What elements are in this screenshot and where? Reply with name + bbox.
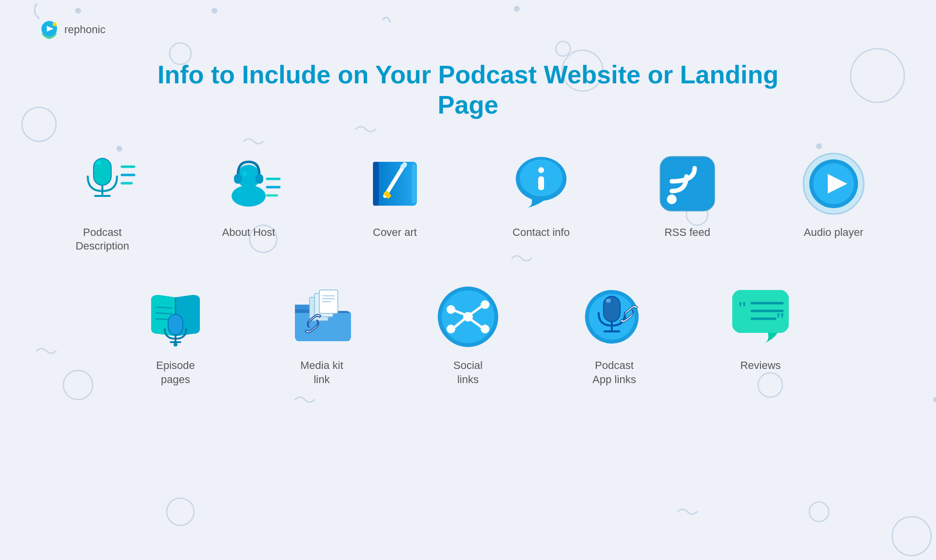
cover-art-label: Cover art <box>373 226 417 240</box>
cover-art-icon <box>361 150 429 218</box>
svg-point-27 <box>232 185 266 207</box>
podcast-description-icon <box>68 150 136 218</box>
contact-info-icon <box>507 150 575 218</box>
episode-pages-icon <box>141 283 210 351</box>
logo-area: rephonic <box>0 0 936 40</box>
rephonic-logo-icon <box>39 19 59 40</box>
svg-rect-78 <box>604 296 620 322</box>
item-episode-pages: Episodepages <box>132 283 219 386</box>
svg-point-31 <box>242 172 247 176</box>
social-links-icon <box>434 283 502 351</box>
row-1: PodcastDescription <box>58 150 878 253</box>
podcast-app-links-label: PodcastApp links <box>592 359 636 386</box>
media-kit-link-label: Media kitlink <box>300 359 343 386</box>
item-media-kit-link: Media kitlink <box>278 283 366 386</box>
svg-point-44 <box>538 167 544 173</box>
item-cover-art: Cover art <box>351 150 439 240</box>
about-host-label: About Host <box>222 226 275 240</box>
svg-point-16 <box>816 143 822 149</box>
svg-rect-37 <box>373 162 379 206</box>
svg-point-3 <box>556 41 570 56</box>
logo-text: rephonic <box>64 23 105 36</box>
audio-player-label: Audio player <box>804 226 863 240</box>
item-podcast-app-links: PodcastApp links <box>570 283 658 386</box>
podcast-app-links-icon <box>580 283 648 351</box>
audio-player-icon <box>800 150 868 218</box>
reviews-label: Reviews <box>740 359 780 373</box>
rss-feed-label: RSS feed <box>664 226 710 240</box>
svg-point-68 <box>447 305 455 314</box>
episode-pages-label: Episodepages <box>156 359 195 386</box>
item-contact-info: Contact info <box>497 150 585 240</box>
svg-rect-38 <box>412 164 416 203</box>
svg-point-6 <box>851 49 904 102</box>
contact-info-label: Contact info <box>512 226 569 240</box>
item-audio-player: Audio player <box>790 150 878 240</box>
social-links-label: Sociallinks <box>453 359 483 386</box>
item-about-host: About Host <box>205 150 292 240</box>
reviews-icon: " " <box>726 283 795 351</box>
svg-rect-29 <box>234 174 242 184</box>
svg-rect-79 <box>606 299 611 303</box>
item-reviews: " " Reviews <box>717 283 804 373</box>
svg-point-0 <box>22 107 56 141</box>
svg-point-7 <box>892 517 931 556</box>
item-podcast-description: PodcastDescription <box>58 150 146 253</box>
svg-rect-45 <box>538 176 544 190</box>
svg-point-48 <box>667 194 677 204</box>
items-container: PodcastDescription <box>0 150 936 425</box>
item-social-links: Sociallinks <box>424 283 512 386</box>
svg-rect-23 <box>96 161 101 165</box>
podcast-description-label: PodcastDescription <box>76 226 129 253</box>
svg-point-10 <box>809 502 829 521</box>
about-host-icon <box>214 150 283 218</box>
svg-text:": " <box>737 298 747 318</box>
svg-text:": " <box>775 309 785 329</box>
svg-point-11 <box>167 498 194 525</box>
svg-point-21 <box>53 22 57 26</box>
main-title: Info to Include on Your Podcast Website … <box>127 59 809 120</box>
rss-feed-icon <box>653 150 722 218</box>
svg-point-70 <box>447 325 455 333</box>
svg-point-71 <box>481 325 489 333</box>
item-rss-feed: RSS feed <box>644 150 731 240</box>
media-kit-link-icon <box>288 283 356 351</box>
svg-rect-57 <box>168 314 183 335</box>
row-2: Episodepages <box>132 283 804 386</box>
svg-point-58 <box>174 343 177 347</box>
svg-point-69 <box>481 300 489 309</box>
svg-rect-30 <box>255 174 263 184</box>
